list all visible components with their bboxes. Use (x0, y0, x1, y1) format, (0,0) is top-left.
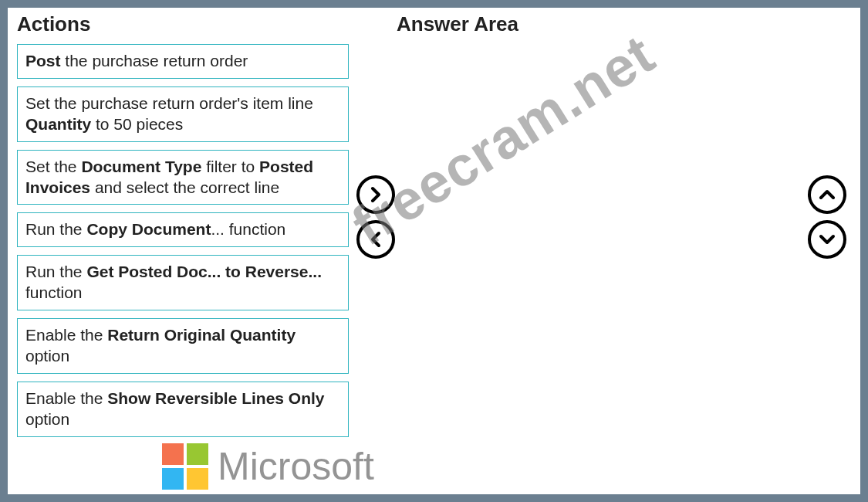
action-item[interactable]: Post the purchase return order (17, 44, 349, 79)
right-buttons-column (403, 44, 860, 259)
move-up-button[interactable] (808, 175, 846, 214)
actions-column: Post the purchase return orderSet the pu… (17, 44, 349, 437)
action-item[interactable]: Run the Get Posted Doc... to Reverse... … (17, 255, 349, 310)
action-item-text: Enable the (25, 389, 107, 407)
question-frame: Actions Answer Area Post the purchase re… (0, 0, 868, 502)
action-item[interactable]: Set the Document Type filter to Posted I… (17, 150, 349, 205)
action-item[interactable]: Enable the Show Reversible Lines Only op… (17, 382, 349, 437)
action-item-text: option (25, 347, 69, 365)
microsoft-logo-icon (162, 443, 208, 490)
action-item-text: the purchase return order (61, 52, 248, 70)
chevron-down-icon (818, 230, 836, 249)
action-item[interactable]: Enable the Return Original Quantity opti… (17, 318, 349, 374)
chevron-up-icon (818, 185, 836, 204)
chevron-left-icon (366, 230, 385, 249)
action-item-text: Show Reversible Lines Only (107, 389, 324, 407)
action-item[interactable]: Run the Copy Document... function (17, 212, 349, 247)
move-down-button[interactable] (808, 220, 846, 259)
microsoft-watermark-text: Microsoft (218, 444, 374, 489)
actions-heading: Actions (17, 12, 380, 36)
move-left-button[interactable] (356, 220, 395, 259)
action-item-text: Enable the (25, 326, 107, 344)
action-item-text: to 50 pieces (91, 115, 183, 133)
action-item-text: and select the correct line (90, 178, 279, 196)
microsoft-watermark: Microsoft (162, 443, 374, 490)
action-item-text: Quantity (25, 115, 91, 133)
action-item-text: filter to (201, 158, 259, 175)
action-item-text: Post (25, 52, 61, 70)
answer-area-heading: Answer Area (380, 12, 851, 36)
action-item-text: Run the (25, 220, 86, 238)
headings-row: Actions Answer Area (8, 8, 860, 44)
action-item-text: Set the purchase return order's item lin… (25, 94, 313, 112)
action-item-text: function (25, 283, 83, 301)
action-item-text: ... function (211, 220, 285, 238)
action-item-text: Run the (25, 263, 86, 280)
action-item-text: Return Original Quantity (107, 326, 296, 344)
action-item-text: Document Type (81, 158, 201, 175)
action-item-text: option (25, 410, 69, 428)
chevron-right-icon (366, 185, 385, 204)
action-item-text: Copy Document (86, 220, 211, 238)
move-right-button[interactable] (356, 175, 395, 214)
action-item-text: Get Posted Doc... to Reverse... (86, 263, 322, 280)
content-area: Post the purchase return orderSet the pu… (8, 44, 860, 437)
action-item[interactable]: Set the purchase return order's item lin… (17, 86, 349, 142)
action-item-text: Set the (25, 158, 81, 175)
center-buttons-column (349, 44, 403, 259)
